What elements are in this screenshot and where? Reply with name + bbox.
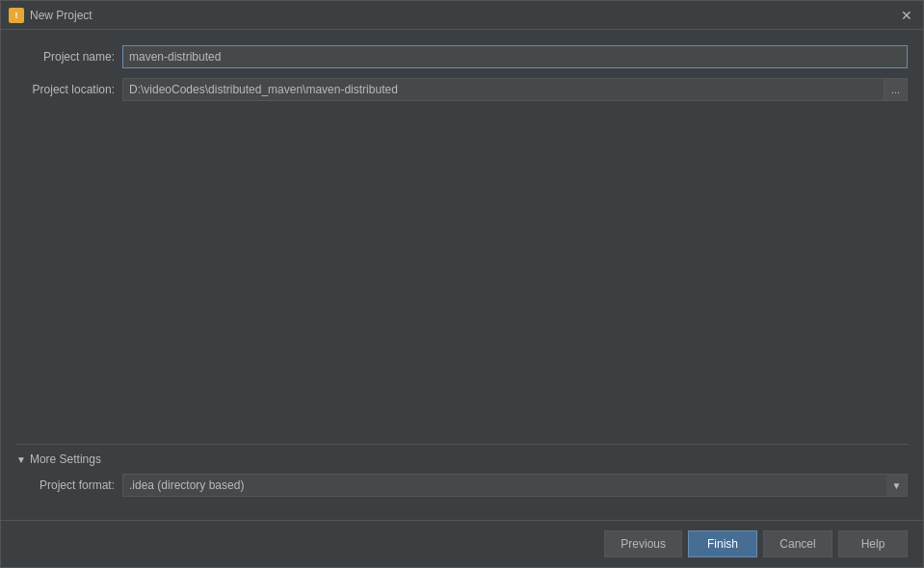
browse-button[interactable]: ... — [884, 78, 908, 101]
content-spacer — [16, 111, 908, 444]
more-settings-section: ▼ More Settings Project format: .idea (d… — [16, 444, 908, 504]
project-location-label: Project location: — [16, 83, 122, 96]
project-location-row: Project location: ... — [16, 78, 908, 101]
close-button[interactable]: ✕ — [898, 7, 915, 24]
project-location-input[interactable] — [122, 78, 884, 101]
project-location-input-group: ... — [122, 78, 908, 101]
project-format-select[interactable]: .idea (directory based) Eclipse (.classp… — [122, 474, 908, 497]
expand-icon: ▼ — [16, 454, 26, 465]
app-icon: ! — [9, 8, 24, 23]
title-bar: ! New Project ✕ — [1, 1, 923, 30]
finish-button[interactable]: Finish — [688, 530, 757, 557]
title-bar-left: ! New Project — [9, 8, 92, 23]
help-button[interactable]: Help — [838, 530, 908, 557]
dialog-footer: Previous Finish Cancel Help — [1, 520, 923, 567]
project-name-row: Project name: — [16, 45, 908, 68]
project-format-select-wrapper: .idea (directory based) Eclipse (.classp… — [122, 474, 908, 497]
previous-button[interactable]: Previous — [604, 530, 682, 557]
dialog-content: Project name: Project location: ... ▼ Mo… — [1, 30, 923, 520]
dialog-window: ! New Project ✕ Project name: Project lo… — [0, 0, 924, 568]
project-name-label: Project name: — [16, 50, 122, 64]
project-format-row: Project format: .idea (directory based) … — [16, 474, 908, 497]
window-title: New Project — [30, 9, 92, 22]
cancel-button[interactable]: Cancel — [763, 530, 832, 557]
more-settings-label: More Settings — [30, 452, 101, 466]
more-settings-header[interactable]: ▼ More Settings — [16, 452, 908, 466]
project-name-input[interactable] — [122, 45, 908, 68]
project-format-label: Project format: — [16, 478, 122, 492]
